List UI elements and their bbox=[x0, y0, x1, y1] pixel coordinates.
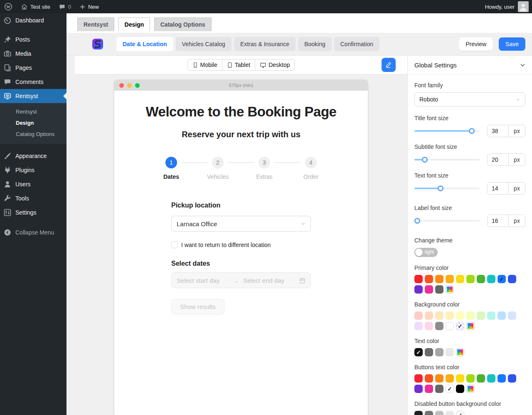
submenu-item-catalog-options[interactable]: Catalog Options bbox=[0, 128, 66, 140]
color-swatch[interactable] bbox=[414, 311, 423, 320]
show-results-button[interactable]: Show results bbox=[171, 299, 224, 314]
color-swatch[interactable] bbox=[425, 348, 433, 356]
device-button-tablet[interactable]: Tablet bbox=[222, 59, 255, 70]
color-swatch[interactable] bbox=[446, 374, 454, 383]
color-swatch[interactable] bbox=[414, 285, 423, 294]
slider-handle[interactable] bbox=[469, 128, 475, 134]
font-size-slider[interactable] bbox=[414, 217, 480, 224]
color-swatch[interactable]: ✓ bbox=[498, 275, 506, 283]
color-swatch[interactable] bbox=[498, 311, 506, 320]
device-button-mobile[interactable]: Mobile bbox=[188, 59, 222, 70]
color-swatch[interactable] bbox=[435, 411, 443, 415]
color-swatch[interactable] bbox=[487, 311, 495, 320]
wp-logo-menu[interactable]: W bbox=[0, 0, 17, 13]
visit-site-link[interactable]: Test site bbox=[17, 0, 54, 13]
sidebar-item-posts[interactable]: Posts bbox=[0, 32, 66, 47]
sidebar-item-plugins[interactable]: Plugins bbox=[0, 163, 66, 177]
color-swatch[interactable] bbox=[414, 322, 423, 330]
color-swatch[interactable] bbox=[446, 348, 454, 356]
color-swatch[interactable] bbox=[425, 374, 433, 383]
color-swatch[interactable] bbox=[414, 374, 423, 383]
builder-tab[interactable]: Confirmation bbox=[334, 37, 379, 51]
sidebar-item-appearance[interactable]: Appearance bbox=[0, 149, 66, 163]
color-swatch[interactable] bbox=[446, 322, 454, 330]
date-range-picker[interactable]: Select start day → Select end day bbox=[171, 272, 311, 288]
step-circle-1[interactable]: 1 bbox=[165, 157, 177, 168]
color-swatch[interactable] bbox=[414, 411, 423, 415]
color-swatch[interactable] bbox=[425, 311, 433, 320]
comments-menu[interactable]: 0 bbox=[54, 0, 75, 13]
color-swatch[interactable] bbox=[508, 374, 516, 383]
slider-handle[interactable] bbox=[438, 185, 443, 191]
return-location-checkbox[interactable] bbox=[171, 242, 178, 248]
color-swatch[interactable] bbox=[435, 385, 443, 393]
submenu-item-rentsyst[interactable]: Rentsyst bbox=[0, 106, 66, 117]
color-swatch[interactable] bbox=[414, 385, 423, 393]
color-swatch[interactable] bbox=[477, 275, 485, 283]
color-swatch[interactable] bbox=[414, 275, 423, 283]
font-size-input[interactable] bbox=[488, 125, 508, 137]
font-size-slider[interactable] bbox=[414, 185, 480, 192]
slider-handle[interactable] bbox=[422, 157, 428, 163]
custom-color-swatch[interactable] bbox=[456, 348, 464, 356]
builder-tab[interactable]: Date & Location bbox=[116, 37, 173, 51]
color-swatch[interactable] bbox=[435, 322, 443, 330]
account-menu[interactable]: Howdy, user bbox=[485, 1, 532, 12]
font-size-input[interactable] bbox=[488, 215, 508, 227]
color-swatch[interactable] bbox=[446, 411, 454, 415]
color-swatch[interactable] bbox=[498, 374, 506, 383]
color-swatch[interactable]: ✓ bbox=[456, 322, 464, 330]
custom-color-swatch[interactable] bbox=[466, 322, 475, 330]
sidebar-item-pages[interactable]: Pages bbox=[0, 61, 66, 75]
sidebar-item-media[interactable]: Media bbox=[0, 47, 66, 61]
color-swatch[interactable] bbox=[425, 411, 433, 415]
color-swatch[interactable]: ✓ bbox=[456, 411, 464, 415]
font-size-input[interactable] bbox=[488, 154, 508, 166]
color-swatch[interactable]: ✓ bbox=[446, 385, 454, 393]
step-circle-3[interactable]: 3 bbox=[259, 157, 270, 168]
color-swatch[interactable] bbox=[446, 311, 454, 320]
builder-tab[interactable]: Extras & Insurance bbox=[234, 37, 296, 51]
sidebar-item-tools[interactable]: Tools bbox=[0, 191, 66, 205]
color-swatch[interactable] bbox=[487, 275, 495, 283]
device-button-desktop[interactable]: Desktop bbox=[255, 59, 294, 70]
font-size-slider[interactable] bbox=[414, 128, 480, 134]
font-family-select[interactable]: Roboto bbox=[414, 92, 525, 106]
tab-rentsyst[interactable]: Rentsyst bbox=[77, 17, 114, 31]
color-swatch[interactable] bbox=[466, 275, 475, 283]
sidebar-item-comments[interactable]: Comments bbox=[0, 75, 66, 89]
color-swatch[interactable] bbox=[456, 374, 464, 383]
color-swatch[interactable]: ✓ bbox=[414, 348, 423, 356]
slider-handle[interactable] bbox=[414, 218, 420, 224]
custom-color-swatch[interactable] bbox=[446, 285, 454, 294]
theme-toggle[interactable]: light bbox=[414, 248, 438, 257]
edit-button[interactable] bbox=[382, 58, 396, 72]
preview-button[interactable]: Preview bbox=[459, 37, 493, 51]
color-swatch[interactable] bbox=[425, 275, 433, 283]
step-circle-4[interactable]: 4 bbox=[305, 157, 317, 168]
sidebar-item-rentsyst[interactable]: Rentsyst bbox=[0, 89, 66, 103]
font-size-input[interactable] bbox=[488, 183, 508, 194]
color-swatch[interactable] bbox=[508, 275, 516, 283]
color-swatch[interactable] bbox=[435, 275, 443, 283]
sidebar-item-dashboard[interactable]: Dashboard bbox=[0, 13, 66, 27]
color-swatch[interactable] bbox=[487, 374, 495, 383]
submenu-item-design[interactable]: Design bbox=[0, 117, 66, 128]
font-size-slider[interactable] bbox=[414, 156, 480, 163]
color-swatch[interactable] bbox=[477, 311, 485, 320]
color-swatch[interactable] bbox=[435, 311, 443, 320]
save-button[interactable]: Save bbox=[499, 37, 525, 51]
color-swatch[interactable] bbox=[425, 385, 433, 393]
color-swatch[interactable] bbox=[435, 285, 443, 294]
sidebar-item-users[interactable]: Users bbox=[0, 177, 66, 191]
tab-catalog-options[interactable]: Catalog Options bbox=[154, 17, 212, 31]
color-swatch[interactable] bbox=[466, 311, 475, 320]
tab-design[interactable]: Design bbox=[118, 17, 150, 31]
builder-tab[interactable]: Booking bbox=[298, 37, 332, 51]
color-swatch[interactable] bbox=[456, 385, 464, 393]
color-swatch[interactable] bbox=[435, 374, 443, 383]
sidebar-item-settings[interactable]: Settings bbox=[0, 205, 66, 220]
color-swatch[interactable] bbox=[425, 322, 433, 330]
custom-color-swatch[interactable] bbox=[466, 385, 475, 393]
color-swatch[interactable] bbox=[425, 285, 433, 294]
